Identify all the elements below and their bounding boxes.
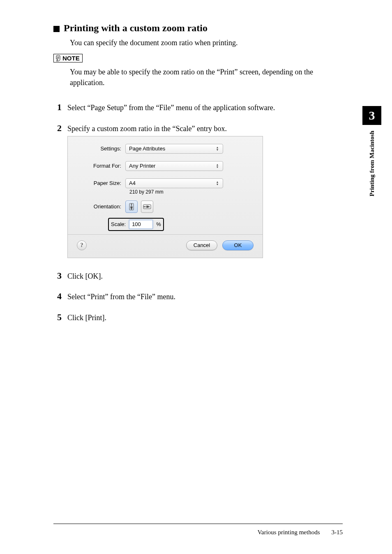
paper-size-value: A4 xyxy=(129,180,136,186)
footer-row: Various printing methods 3-15 xyxy=(53,529,343,536)
step-number: 2 xyxy=(53,123,62,134)
step-text: Click [Print]. xyxy=(67,312,106,323)
page-setup-dialog-screenshot: Settings: Page Attributes ▴▾ Format For:… xyxy=(67,136,343,258)
dialog-footer: ? Cancel OK xyxy=(77,240,254,250)
select-arrows-icon: ▴▾ xyxy=(215,146,219,152)
chapter-number: 3 xyxy=(369,108,375,122)
cancel-button[interactable]: Cancel xyxy=(186,240,217,250)
paper-size-row: Paper Size: A4 ▴▾ xyxy=(77,178,254,188)
cancel-label: Cancel xyxy=(194,242,210,248)
step-3: 3 Click [OK]. xyxy=(53,270,343,281)
step-number: 1 xyxy=(53,102,62,113)
format-for-row: Format For: Any Printer ▴▾ xyxy=(77,161,254,171)
step-text: Specify a custom zoom ratio in the “Scal… xyxy=(67,123,227,134)
step-text: Click [OK]. xyxy=(67,270,103,281)
orientation-label: Orientation: xyxy=(77,203,125,210)
chapter-title: Printing from Macintosh xyxy=(362,127,381,234)
footer-section-title: Various printing methods xyxy=(258,529,320,536)
section-heading: Printing with a custom zoom ratio xyxy=(64,23,208,34)
svg-point-6 xyxy=(144,206,145,207)
step-text: Select “Page Setup” from the “File” menu… xyxy=(67,102,275,113)
orientation-row: Orientation: xyxy=(77,201,254,213)
chapter-title-container: Printing from Macintosh xyxy=(362,127,381,234)
settings-row: Settings: Page Attributes ▴▾ xyxy=(77,144,254,154)
step-5: 5 Click [Print]. xyxy=(53,312,343,323)
orientation-landscape-button[interactable] xyxy=(141,201,153,213)
page-setup-dialog: Settings: Page Attributes ▴▾ Format For:… xyxy=(67,136,263,258)
step-text: Select “Print” from the “File” menu. xyxy=(67,291,175,302)
ok-label: OK xyxy=(234,242,242,248)
ok-button[interactable]: OK xyxy=(222,240,254,250)
step-number: 5 xyxy=(53,312,62,323)
format-for-value: Any Printer xyxy=(129,163,155,169)
scale-input[interactable]: 100 xyxy=(129,220,153,229)
note-body: You may be able to specify the zoom rati… xyxy=(70,67,343,88)
orientation-portrait-button[interactable] xyxy=(125,201,138,213)
settings-label: Settings: xyxy=(77,145,125,152)
scale-row: Scale: 100 % xyxy=(77,218,254,231)
settings-value: Page Attributes xyxy=(129,145,165,152)
step-2: 2 Specify a custom zoom ratio in the “Sc… xyxy=(53,123,343,134)
scale-percent: % xyxy=(156,221,161,227)
note-label-box: NOTE xyxy=(53,54,83,62)
note-label-text: NOTE xyxy=(62,55,80,62)
portrait-icon xyxy=(128,203,135,210)
intro-text: You can specify the document zoom ratio … xyxy=(70,39,343,47)
paper-size-dimensions: 210 by 297 mm xyxy=(129,189,254,195)
svg-point-4 xyxy=(131,204,132,205)
format-for-label: Format For: xyxy=(77,163,125,169)
dialog-footer-buttons: Cancel OK xyxy=(186,240,254,250)
chapter-tab: 3 xyxy=(362,106,381,125)
scale-label: Scale: xyxy=(111,221,126,227)
scale-highlight: Scale: 100 % xyxy=(108,218,164,231)
step-1: 1 Select “Page Setup” from the “File” me… xyxy=(53,102,343,113)
note-icon xyxy=(55,55,61,62)
settings-select[interactable]: Page Attributes ▴▾ xyxy=(125,144,223,154)
paper-size-select[interactable]: A4 ▴▾ xyxy=(125,178,223,188)
page-footer: Various printing methods 3-15 xyxy=(0,524,392,536)
format-for-select[interactable]: Any Printer ▴▾ xyxy=(125,161,223,171)
footer-divider xyxy=(53,524,343,524)
help-icon: ? xyxy=(81,242,83,249)
step-number: 4 xyxy=(53,291,62,302)
step-4: 4 Select “Print” from the “File” menu. xyxy=(53,291,343,302)
section-heading-row: Printing with a custom zoom ratio xyxy=(53,23,343,34)
step-number: 3 xyxy=(53,270,62,281)
orientation-buttons xyxy=(125,201,153,213)
footer-page-number: 3-15 xyxy=(332,529,343,536)
scale-value: 100 xyxy=(132,221,141,227)
select-arrows-icon: ▴▾ xyxy=(215,163,219,169)
landscape-icon xyxy=(143,203,151,210)
document-page: 3 Printing from Macintosh Printing with … xyxy=(0,0,392,554)
paper-size-label: Paper Size: xyxy=(77,180,125,186)
select-arrows-icon: ▴▾ xyxy=(215,180,219,186)
dialog-divider xyxy=(68,234,263,235)
heading-bullet-icon xyxy=(53,26,60,32)
help-button[interactable]: ? xyxy=(77,240,87,250)
